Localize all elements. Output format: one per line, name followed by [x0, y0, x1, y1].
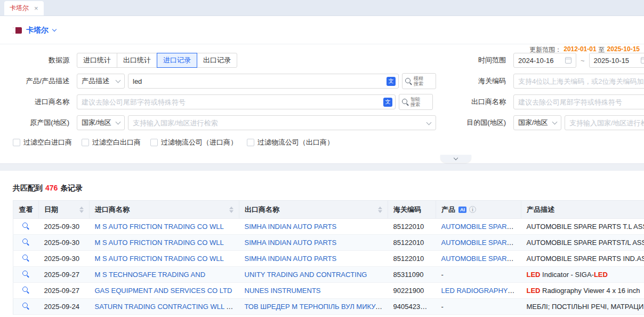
- hs-code: 85122010: [388, 219, 436, 235]
- records-table: 查看 日期 进口商名称 出口商名称: [13, 200, 644, 315]
- checkbox[interactable]: [13, 139, 20, 146]
- table-row: 2025-09-30M S AUTO FRICTION TRADING CO W…: [13, 235, 644, 251]
- view-record-icon[interactable]: [22, 303, 29, 310]
- col-header-product: 产品 AI i: [436, 201, 521, 219]
- table-row: 2025-09-30M S AUTO FRICTION TRADING CO W…: [13, 219, 644, 235]
- sort-importer-icon[interactable]: [229, 207, 234, 213]
- filter-row-datasource: 数据源 进口统计 出口统计 进口记录 出口记录 时间范围 2024-10-16 …: [0, 53, 644, 68]
- importer-link[interactable]: M S AUTO FRICTION TRADING CO WLL: [95, 239, 224, 247]
- importer-link[interactable]: SATURN TRADING CONTRACTING WLL BUI...: [95, 303, 239, 311]
- date-to-input[interactable]: 2025-10-15: [589, 53, 644, 68]
- checkbox[interactable]: [82, 139, 89, 146]
- destination-type-select[interactable]: 国家/地区: [513, 115, 561, 130]
- importer-link[interactable]: M S TECHNOSAFE TRADING AND: [95, 271, 206, 279]
- product-link: -: [441, 303, 444, 311]
- product-field-select[interactable]: 产品描述: [77, 74, 125, 89]
- tab-qatar[interactable]: 卡塔尔 ×: [4, 1, 44, 15]
- view-record-icon[interactable]: [22, 271, 29, 278]
- table-row: 2025-09-27GAS EQUIPMENT AND SERVICES CO …: [13, 283, 644, 299]
- importer-link[interactable]: M S AUTO FRICTION TRADING CO WLL: [95, 255, 224, 263]
- exporter-link[interactable]: UNITY TRADING AND CONTRACTING: [245, 271, 367, 279]
- smart-search-label: 智能搜索: [410, 97, 421, 107]
- btn-import-records[interactable]: 进口记录: [157, 53, 197, 68]
- filter-logistics-importer[interactable]: 过滤物流公司（进口商）: [150, 138, 237, 147]
- btn-import-statistics[interactable]: 进口统计: [77, 53, 117, 68]
- product-link[interactable]: AUTOMOBILE SPARE P...: [441, 239, 521, 247]
- product-link[interactable]: AUTOMOBILE SPARE P...: [441, 255, 521, 263]
- tab-close-icon[interactable]: ×: [34, 5, 38, 12]
- product-link[interactable]: LED RADIOGRAPHY VI...: [441, 287, 521, 295]
- country-title: 卡塔尔: [26, 26, 49, 35]
- record-date: 2025-09-30: [39, 251, 90, 267]
- summary-prefix: 共匹配到: [13, 184, 43, 193]
- view-record-icon[interactable]: [22, 239, 29, 245]
- translate-icon[interactable]: 文: [387, 77, 396, 86]
- fuzzy-search-toggle[interactable]: 模糊搜索: [402, 73, 436, 89]
- destination-country-input[interactable]: [565, 115, 644, 130]
- table-row: 2025-09-30M S AUTO FRICTION TRADING CO W…: [13, 251, 644, 267]
- destination-label: 目的国(地区): [433, 118, 513, 128]
- product-description: МЕБЛІ; ПОСТІЛЬНІ РЕЧІ, МАТРАЦИ,...: [521, 299, 644, 315]
- exporter-link[interactable]: ТОВ ШРЕДЕР М ТЕРНОПІЛЬ ВУЛ МИКУЛИ...: [245, 303, 388, 311]
- data-source-label: 数据源: [0, 56, 77, 65]
- product-description: AUTOMOBILE SPARE PARTS T.L ASSY ...: [521, 219, 644, 235]
- exporter-link[interactable]: SIMHA INDIAN AUTO PARTS: [245, 223, 337, 231]
- view-record-icon[interactable]: [22, 255, 29, 261]
- col-header-description: 产品描述: [521, 201, 644, 219]
- summary-suffix: 条记录: [60, 184, 83, 193]
- sort-exporter-icon[interactable]: [378, 207, 382, 213]
- col-header-exporter: 出口商名称: [239, 201, 388, 219]
- exporter-input[interactable]: [513, 94, 644, 109]
- origin-type-select[interactable]: 国家/地区: [77, 115, 125, 130]
- sort-date-icon[interactable]: [79, 207, 84, 213]
- smart-search-toggle[interactable]: 智能搜索: [399, 94, 433, 110]
- collapse-filters-button[interactable]: [440, 155, 471, 163]
- exporter-link[interactable]: SIMHA INDIAN AUTO PARTS: [245, 255, 337, 263]
- hs-code-label: 海关编码: [433, 76, 513, 86]
- search-icon: [405, 78, 412, 85]
- update-range-to-word: 至: [599, 45, 605, 54]
- checkbox[interactable]: [247, 139, 254, 146]
- record-date: 2025-09-27: [39, 267, 90, 283]
- product-description: AUTOMOBILE SPARE PARTS IND.ASS...: [521, 251, 644, 267]
- date-to-value: 2025-10-15: [594, 57, 630, 65]
- table-row: 2025-09-24SATURN TRADING CONTRACTING WLL…: [13, 299, 644, 315]
- country-header: 卡塔尔: [0, 16, 644, 44]
- filter-blank-importer[interactable]: 过滤空白进口商: [13, 138, 72, 147]
- view-record-icon[interactable]: [22, 223, 29, 229]
- table-row: 2025-09-27M S TECHNOSAFE TRADING ANDUNIT…: [13, 267, 644, 283]
- info-icon[interactable]: i: [469, 206, 476, 213]
- col-header-hs-code: 海关编码: [388, 201, 436, 219]
- country-chevron-down-icon[interactable]: [52, 27, 57, 31]
- exporter-link[interactable]: SIMHA INDIAN AUTO PARTS: [245, 239, 337, 247]
- collapse-chevron-icon: [454, 156, 458, 160]
- importer-input[interactable]: [77, 94, 396, 109]
- date-from-input[interactable]: 2024-10-16: [513, 53, 576, 68]
- importer-link[interactable]: M S AUTO FRICTION TRADING CO WLL: [95, 223, 224, 231]
- results-section: 共匹配到 476 条记录 查看 日期 进口商名称: [0, 171, 644, 315]
- btn-export-records[interactable]: 出口记录: [197, 53, 237, 68]
- translate-icon[interactable]: 文: [383, 98, 392, 107]
- product-link[interactable]: AUTOMOBILE SPARE P...: [441, 223, 521, 231]
- product-description: AUTOMOBILE SPARE PARTST/L ASSY ...: [521, 235, 644, 251]
- origin-country-input[interactable]: [128, 115, 436, 130]
- view-record-icon[interactable]: [22, 287, 29, 294]
- exporter-link[interactable]: NUNES INSTRUMENTS: [245, 287, 321, 295]
- product-description: LED Radiography Viewer 4 x 16 inch: [521, 283, 644, 299]
- btn-export-statistics[interactable]: 出口统计: [117, 53, 157, 68]
- records-tbody: 2025-09-30M S AUTO FRICTION TRADING CO W…: [13, 219, 644, 315]
- checkbox[interactable]: [150, 139, 158, 146]
- collapse-strip: [0, 155, 644, 163]
- record-date: 2025-09-27: [39, 283, 90, 299]
- origin-type-value: 国家/地区: [82, 118, 111, 128]
- hs-code-input[interactable]: [513, 74, 644, 89]
- checkbox-label: 过滤空白出口商: [92, 138, 141, 147]
- filter-row-origin: 原产国(地区) 国家/地区 目的国(地区) 国家/地区: [0, 115, 644, 130]
- filter-blank-exporter[interactable]: 过滤空白出口商: [82, 138, 141, 147]
- filter-logistics-exporter[interactable]: 过滤物流公司（出口商）: [247, 138, 334, 147]
- table-header-row: 查看 日期 进口商名称 出口商名称: [13, 201, 644, 219]
- importer-link[interactable]: GAS EQUIPMENT AND SERVICES CO LTD: [95, 287, 232, 295]
- hs-code: 85122010: [388, 235, 436, 251]
- product-search-input[interactable]: [128, 74, 399, 89]
- tab-label: 卡塔尔: [10, 4, 29, 13]
